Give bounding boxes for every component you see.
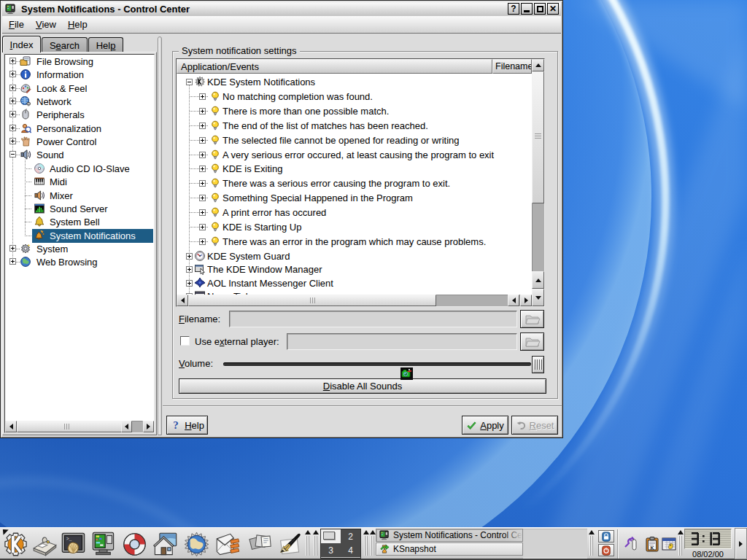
scroll-up-button2[interactable]: [532, 271, 544, 289]
menu-help[interactable]: Help: [64, 18, 91, 31]
list-expander[interactable]: [199, 108, 206, 114]
list-expander[interactable]: [199, 93, 206, 100]
tree-expander[interactable]: [9, 71, 16, 77]
scroll-left-button2[interactable]: [121, 421, 132, 432]
pager-desktop-4[interactable]: 4: [341, 543, 360, 557]
event-row[interactable]: There was an error in the program which …: [177, 235, 532, 249]
volume-slider[interactable]: [223, 362, 531, 366]
menu-view[interactable]: View: [32, 18, 60, 31]
list-expander[interactable]: [199, 166, 206, 172]
tray-organizer[interactable]: [661, 536, 677, 552]
scroll-left-button[interactable]: [5, 421, 17, 432]
logout-button[interactable]: [598, 544, 614, 556]
tree-item-audio-cd-io-slave[interactable]: Audio CD IO-Slave: [5, 162, 154, 176]
lock-logout-handle[interactable]: [588, 529, 595, 557]
tray-clipboard[interactable]: K: [644, 536, 660, 552]
pager-desktop-3[interactable]: 3: [321, 543, 341, 557]
list-expander[interactable]: [199, 137, 206, 144]
launcher-web-browser[interactable]: [183, 531, 210, 558]
tree-expander[interactable]: [9, 125, 16, 131]
tree-item-file-browsing[interactable]: File Browsing: [5, 55, 154, 69]
pager-desktop-2[interactable]: 2: [341, 529, 360, 544]
event-row[interactable]: AOL Instant Messenger Client: [177, 276, 532, 291]
help-button[interactable]: ?Help: [166, 416, 208, 435]
tree-item-midi[interactable]: Midi: [5, 175, 154, 189]
maximize-button[interactable]: [534, 3, 546, 15]
list-expander[interactable]: [199, 224, 206, 230]
clock-applet[interactable]: 08/02/00: [683, 528, 733, 560]
tab-index[interactable]: Index: [2, 36, 41, 52]
apply-button[interactable]: Apply: [462, 416, 508, 435]
task-ksnapshot[interactable]: KSnapshot: [376, 542, 523, 556]
event-row[interactable]: KDE is Starting Up: [177, 220, 532, 235]
scroll-right-button[interactable]: [520, 295, 532, 306]
lock-screen-button[interactable]: [598, 530, 614, 542]
event-row[interactable]: No matching completion was found.: [177, 90, 532, 104]
titlebar[interactable]: System Notifications - Control Center ? …: [2, 2, 561, 16]
tray-dialer[interactable]: [623, 536, 639, 552]
tree-item-peripherals[interactable]: Peripherals: [5, 108, 154, 122]
list-expander[interactable]: [199, 122, 206, 129]
panel-splitter[interactable]: [158, 36, 162, 435]
tree-expander[interactable]: [9, 245, 16, 252]
list-expander[interactable]: [199, 238, 206, 245]
launcher-help[interactable]: [121, 531, 148, 558]
launcher-control-center[interactable]: [90, 531, 117, 558]
list-expander[interactable]: [186, 280, 193, 287]
filename-browse-button[interactable]: [520, 310, 544, 328]
tree-expander[interactable]: [9, 151, 16, 158]
applet-handle[interactable]: [304, 529, 311, 557]
window-help-button[interactable]: ?: [508, 3, 519, 15]
tree-expander[interactable]: [9, 58, 16, 64]
disable-all-sounds-button[interactable]: Disable All Sounds: [179, 378, 546, 394]
event-row[interactable]: The KDE Window Manager: [177, 262, 532, 277]
event-row[interactable]: The end of the list of matches has been …: [177, 119, 532, 133]
tree-hscrollbar[interactable]: [5, 421, 154, 432]
external-player-browse-button[interactable]: [520, 332, 544, 351]
tree-expander[interactable]: [9, 138, 16, 144]
launcher-desktop-access[interactable]: [31, 531, 58, 558]
list-expander[interactable]: [186, 79, 193, 85]
list-expander[interactable]: [199, 209, 206, 216]
tree-item-sound[interactable]: Sound: [5, 148, 154, 162]
launcher-writer[interactable]: [276, 531, 303, 558]
volume-slider-handle[interactable]: [532, 356, 544, 373]
list-hscrollbar[interactable]: [177, 295, 532, 306]
event-row[interactable]: News Ticker: [177, 289, 532, 295]
launcher-k-menu[interactable]: [2, 531, 29, 558]
list-expander[interactable]: [186, 253, 193, 260]
scroll-down-button[interactable]: [532, 289, 544, 306]
list-vscrollbar[interactable]: [532, 59, 544, 306]
tree-item-information[interactable]: Information: [5, 68, 154, 82]
tree-expander[interactable]: [9, 258, 16, 265]
list-expander[interactable]: [199, 152, 206, 158]
tab-help[interactable]: Help: [88, 37, 123, 52]
task-control-center[interactable]: System Notifications - Control Cente: [376, 529, 523, 542]
tree-item-system[interactable]: System: [5, 242, 154, 256]
column-header-application-events[interactable]: Application/Events: [177, 59, 492, 74]
scroll-thumb[interactable]: [188, 295, 436, 306]
launcher-notes[interactable]: [247, 531, 274, 558]
menu-file[interactable]: File: [5, 18, 28, 31]
tree-item-system-bell[interactable]: System Bell: [5, 215, 154, 229]
tree-item-sound-server[interactable]: Sound Server: [5, 202, 154, 216]
use-external-player-checkbox[interactable]: [180, 336, 190, 346]
close-button[interactable]: ✕: [547, 3, 559, 15]
scroll-left-button2[interactable]: [508, 295, 519, 306]
tree-item-web-browsing[interactable]: Web Browsing: [5, 255, 154, 269]
tree-item-mixer[interactable]: Mixer: [5, 189, 154, 203]
tree-item-power-control[interactable]: Power Control: [5, 135, 154, 149]
event-row[interactable]: A print error has occured: [177, 206, 532, 220]
scroll-thumb[interactable]: [17, 421, 122, 432]
tree-item-system-notifications[interactable]: System Notifications: [5, 229, 154, 243]
tree-expander[interactable]: [9, 111, 16, 117]
pager-handle[interactable]: [312, 529, 319, 557]
minimize-button[interactable]: [521, 3, 533, 15]
event-row[interactable]: KDE is Exiting: [177, 162, 532, 176]
event-row[interactable]: The selected file cannot be opened for r…: [177, 133, 532, 148]
event-row[interactable]: KDE System Notifications: [177, 75, 532, 90]
launcher-mail[interactable]: [214, 531, 241, 558]
event-row[interactable]: There was a serious error causing the pr…: [177, 176, 532, 191]
tab-search[interactable]: Search: [42, 37, 88, 52]
event-row[interactable]: KDE System Guard: [177, 249, 532, 264]
